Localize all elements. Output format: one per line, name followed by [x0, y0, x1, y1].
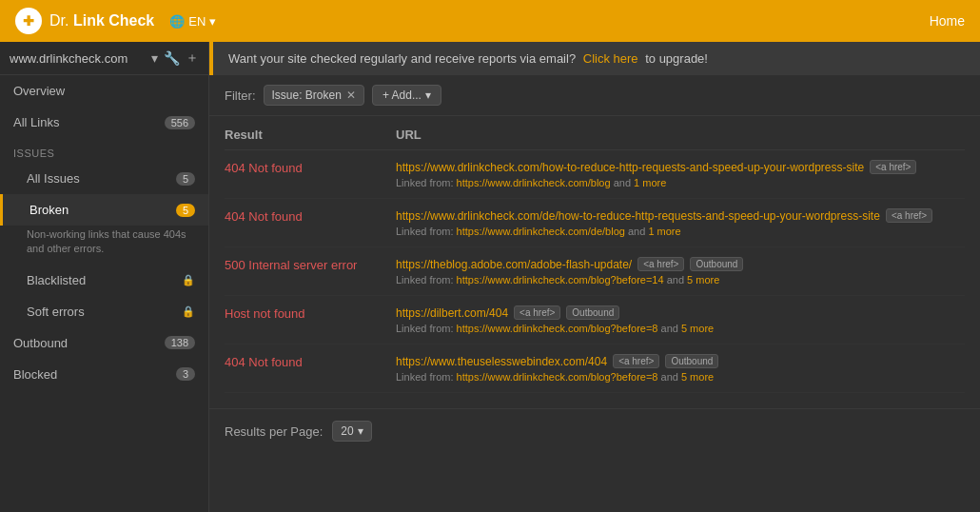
- logo-icon: ✚: [15, 8, 42, 34]
- site-row: www.drlinkcheck.com ▾ 🔧 ＋: [0, 42, 208, 75]
- logo-dr: Dr.: [49, 12, 69, 29]
- lang-label: EN: [188, 14, 206, 29]
- result-tag: <a href>: [514, 305, 560, 320]
- sidebar-item-all-links[interactable]: All Links 556: [0, 107, 208, 138]
- outbound-tag: Outbound: [690, 257, 743, 271]
- dropdown-arrow-icon[interactable]: ▾: [151, 50, 158, 66]
- rpp-label: Results per Page:: [225, 424, 323, 439]
- linked-from: Linked from: https://www.drlinkcheck.com…: [396, 177, 965, 188]
- result-status: Host not found: [225, 305, 396, 321]
- rpp-value: 20: [341, 424, 353, 438]
- result-url-block: https://theblog.adobe.com/adobe-flash-up…: [396, 257, 965, 286]
- home-link[interactable]: Home: [930, 13, 965, 29]
- lang-selector[interactable]: 🌐 EN ▾: [169, 14, 216, 29]
- lock-icon-soft-errors: 🔒: [182, 305, 195, 318]
- linked-from-url[interactable]: https://www.drlinkcheck.com/blog: [457, 177, 611, 188]
- sidebar-item-blocked[interactable]: Blocked 3: [0, 359, 208, 390]
- rpp-select[interactable]: 20 ▾: [332, 421, 371, 442]
- table-row: 500 Internal server error https://theblo…: [225, 247, 965, 296]
- linked-from-more[interactable]: 5 more: [681, 323, 714, 334]
- results-area: Result URL 404 Not found https://www.drl…: [209, 116, 980, 408]
- sidebar-item-broken[interactable]: Broken 5: [0, 194, 208, 226]
- upgrade-banner: Want your site checked regularly and rec…: [209, 42, 980, 75]
- col-result-header: Result: [225, 128, 396, 142]
- linked-from: Linked from: https://www.drlinkcheck.com…: [396, 323, 965, 334]
- logo-text: Dr. Link Check: [49, 12, 154, 30]
- issues-section-label: Issues: [0, 138, 208, 163]
- result-url-block: https://dilbert.com/404 <a href> Outboun…: [396, 305, 965, 334]
- linked-from-url[interactable]: https://www.drlinkcheck.com/blog?before=…: [457, 371, 658, 383]
- table-row: 404 Not found https://www.drlinkcheck.co…: [225, 150, 965, 199]
- result-status: 500 Internal server error: [225, 257, 396, 272]
- chevron-down-icon: ▾: [425, 89, 431, 102]
- result-status: 404 Not found: [225, 354, 396, 369]
- filter-label: Filter:: [225, 89, 256, 103]
- linked-from: Linked from: https://www.drlinkcheck.com…: [396, 274, 965, 286]
- result-tag: <a href>: [886, 208, 932, 223]
- filter-chip-remove-icon[interactable]: ✕: [346, 89, 356, 102]
- result-url-link[interactable]: https://www.drlinkcheck.com/how-to-reduc…: [396, 161, 864, 174]
- add-filter-button[interactable]: + Add... ▾: [372, 85, 441, 106]
- result-tag: <a href>: [613, 354, 659, 368]
- linked-from-url[interactable]: https://www.drlinkcheck.com/blog?before=…: [457, 274, 664, 286]
- result-url-block: https://www.drlinkcheck.com/how-to-reduc…: [396, 160, 965, 188]
- linked-from-more[interactable]: 5 more: [687, 274, 719, 286]
- site-name: www.drlinkcheck.com: [10, 51, 146, 66]
- broken-description: Non-working links that cause 404s and ot…: [0, 226, 208, 265]
- wrench-icon[interactable]: 🔧: [164, 50, 180, 66]
- upgrade-link[interactable]: Click here: [583, 51, 638, 66]
- result-tag: <a href>: [637, 257, 684, 271]
- result-url-block: https://www.theuselesswebindex.com/404 <…: [396, 354, 965, 383]
- table-row: 404 Not found https://www.theuselesswebi…: [225, 345, 965, 393]
- lock-icon-blacklisted: 🔒: [182, 274, 195, 286]
- add-site-icon[interactable]: ＋: [186, 49, 199, 67]
- linked-from: Linked from: https://www.drlinkcheck.com…: [396, 371, 965, 383]
- linked-from-url[interactable]: https://www.drlinkcheck.com/blog?before=…: [457, 323, 658, 334]
- add-filter-label: + Add...: [382, 89, 421, 102]
- table-row: 404 Not found https://www.drlinkcheck.co…: [225, 199, 965, 247]
- sidebar-item-overview[interactable]: Overview: [0, 75, 208, 107]
- linked-from-more[interactable]: 1 more: [634, 177, 666, 188]
- topnav: ✚ Dr. Link Check 🌐 EN ▾ Home: [0, 0, 980, 42]
- globe-icon: 🌐: [169, 14, 185, 29]
- sidebar: www.drlinkcheck.com ▾ 🔧 ＋ Overview All L…: [0, 42, 209, 512]
- results-header: Result URL: [225, 116, 965, 150]
- result-url-block: https://www.drlinkcheck.com/de/how-to-re…: [396, 208, 965, 237]
- sidebar-item-all-issues[interactable]: All Issues 5: [0, 163, 208, 194]
- result-status: 404 Not found: [225, 208, 396, 224]
- result-url-link[interactable]: https://www.drlinkcheck.com/de/how-to-re…: [396, 209, 880, 223]
- linked-from-more[interactable]: 5 more: [681, 371, 714, 383]
- banner-text: Want your site checked regularly and rec…: [228, 51, 576, 66]
- result-url-link[interactable]: https://dilbert.com/404: [396, 306, 508, 320]
- logo-brand: Link Check: [73, 12, 154, 29]
- result-tag: <a href>: [870, 160, 916, 174]
- filter-bar: Filter: Issue: Broken ✕ + Add... ▾: [209, 75, 980, 116]
- chevron-down-icon: ▾: [358, 424, 363, 438]
- linked-from: Linked from: https://www.drlinkcheck.com…: [396, 226, 965, 237]
- outbound-tag: Outbound: [566, 305, 619, 320]
- filter-chip-label: Issue: Broken: [272, 89, 342, 102]
- main-content: Want your site checked regularly and rec…: [209, 42, 980, 512]
- result-status: 404 Not found: [225, 160, 396, 175]
- filter-chip-issue-broken[interactable]: Issue: Broken ✕: [264, 85, 364, 106]
- results-footer: Results per Page: 20 ▾: [209, 408, 980, 453]
- logo: ✚ Dr. Link Check: [15, 8, 154, 34]
- banner-suffix: to upgrade!: [645, 51, 708, 66]
- sidebar-item-soft-errors[interactable]: Soft errors 🔒: [0, 296, 208, 327]
- sidebar-item-outbound[interactable]: Outbound 138: [0, 327, 208, 359]
- linked-from-url[interactable]: https://www.drlinkcheck.com/de/blog: [457, 226, 625, 237]
- outbound-tag: Outbound: [665, 354, 718, 368]
- col-url-header: URL: [396, 128, 965, 142]
- sidebar-item-blacklisted[interactable]: Blacklisted 🔒: [0, 265, 208, 296]
- result-url-link[interactable]: https://www.theuselesswebindex.com/404: [396, 355, 607, 368]
- linked-from-more[interactable]: 1 more: [648, 226, 680, 237]
- result-url-link[interactable]: https://theblog.adobe.com/adobe-flash-up…: [396, 258, 632, 271]
- chevron-down-icon: ▾: [209, 14, 216, 29]
- table-row: Host not found https://dilbert.com/404 <…: [225, 296, 965, 345]
